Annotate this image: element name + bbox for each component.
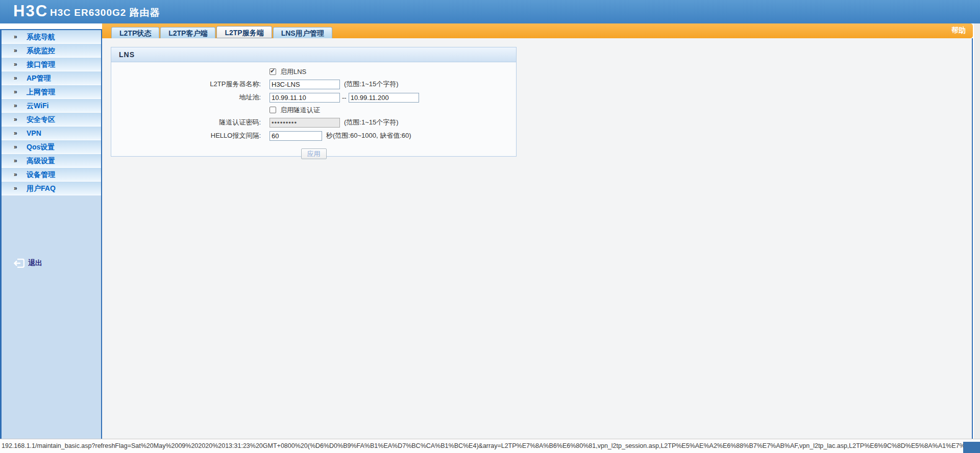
sidebar-item-advanced[interactable]: » 高级设置 [2, 154, 101, 168]
menu-arrow-icon: » [14, 44, 21, 57]
server-name-hint: (范围:1~15个字符) [344, 80, 399, 89]
sidebar-item-label: 设备管理 [27, 168, 55, 181]
lns-form: 启用LNS L2TP服务器名称: (范围:1~15个字符) 地址池: -- [111, 62, 516, 159]
sidebar-item-label: AP管理 [27, 71, 51, 85]
sidebar-item-user-faq[interactable]: » 用户FAQ [2, 182, 101, 195]
tab-l2tp-client[interactable]: L2TP客户端 [160, 27, 215, 38]
sidebar-item-label: 系统监控 [27, 44, 55, 57]
menu-arrow-icon: » [14, 58, 21, 71]
row-address-pool: 地址池: -- [111, 91, 516, 104]
help-link[interactable]: 帮助 [951, 26, 966, 35]
menu-arrow-icon: » [14, 30, 21, 43]
status-url-text: 192.168.1.1/maintain_basic.asp?refreshFl… [2, 442, 980, 449]
logout-icon [14, 259, 24, 268]
panel-title: LNS [111, 47, 516, 62]
sidebar-item-interface-mgmt[interactable]: » 接口管理 [2, 58, 101, 71]
sidebar: » 系统导航 » 系统监控 » 接口管理 » AP管理 » 上网管理 » 云Wi… [0, 29, 102, 439]
tab-bar-strip: L2TP状态 L2TP客户端 L2TP服务端 LNS用户管理 帮助 [102, 23, 973, 38]
tunnel-password-label: 隧道认证密码: [111, 118, 261, 127]
hello-interval-hint: 秒(范围:60~1000, 缺省值:60) [326, 131, 411, 140]
sidebar-item-label: VPN [27, 127, 41, 140]
sidebar-item-internet-mgmt[interactable]: » 上网管理 [2, 85, 101, 99]
hello-interval-input[interactable] [270, 131, 322, 141]
menu-arrow-icon: » [14, 168, 21, 181]
enable-lns-checkbox[interactable] [270, 68, 276, 75]
address-pool-start-input[interactable] [270, 93, 340, 103]
sidebar-item-cloud-wifi[interactable]: » 云WiFi [2, 99, 101, 113]
sidebar-item-label: Qos设置 [27, 140, 55, 154]
row-enable-lns: 启用LNS [111, 66, 516, 78]
sidebar-item-label: 安全专区 [27, 113, 55, 126]
menu-arrow-icon: » [14, 140, 21, 154]
sidebar-item-label: 系统导航 [27, 30, 55, 43]
tab-lns-user-mgmt[interactable]: LNS用户管理 [273, 27, 332, 38]
sidebar-item-vpn[interactable]: » VPN [2, 127, 101, 140]
address-pool-separator: -- [342, 94, 347, 102]
tab-l2tp-status[interactable]: L2TP状态 [111, 27, 159, 38]
menu-arrow-icon: » [14, 127, 21, 140]
button-row: 应用 [111, 148, 516, 159]
h3c-logo: H3C [13, 2, 48, 21]
menu-arrow-icon: » [14, 154, 21, 167]
tab-list: L2TP状态 L2TP客户端 L2TP服务端 LNS用户管理 [111, 26, 333, 38]
logout-label: 退出 [28, 259, 42, 268]
main-content: LNS 启用LNS L2TP服务器名称: (范围:1~15个字符) [102, 38, 973, 439]
menu-arrow-icon: » [14, 182, 21, 195]
row-tunnel-password: 隧道认证密码: (范围:1~15个字符) [111, 116, 516, 129]
tunnel-password-hint: (范围:1~15个字符) [344, 118, 399, 127]
sidebar-item-label: 接口管理 [27, 58, 55, 71]
app-header: H3C H3C ER6300G2 路由器 [0, 0, 980, 23]
lns-panel: LNS 启用LNS L2TP服务器名称: (范围:1~15个字符) [111, 47, 517, 157]
sidebar-item-label: 用户FAQ [27, 182, 56, 195]
scrollbar-track[interactable] [974, 23, 980, 439]
hello-interval-label: HELLO报文间隔: [111, 131, 261, 140]
tab-l2tp-server[interactable]: L2TP服务端 [216, 26, 272, 38]
server-name-input[interactable] [270, 80, 340, 89]
sidebar-item-ap-mgmt[interactable]: » AP管理 [2, 71, 101, 85]
address-pool-end-input[interactable] [349, 93, 419, 103]
sidebar-item-label: 上网管理 [27, 85, 55, 98]
menu-arrow-icon: » [14, 113, 21, 126]
sidebar-item-system-monitor[interactable]: » 系统监控 [2, 44, 101, 58]
sidebar-item-qos[interactable]: » Qos设置 [2, 140, 101, 154]
server-name-label: L2TP服务器名称: [111, 80, 261, 89]
sidebar-item-label: 高级设置 [27, 154, 55, 167]
statusbar-corner-block [963, 442, 980, 453]
enable-lns-label: 启用LNS [280, 67, 306, 77]
page: H3C H3C ER6300G2 路由器 L2TP状态 L2TP客户端 L2TP… [0, 0, 980, 453]
row-enable-tunnel-auth: 启用隧道认证 [111, 104, 516, 116]
row-hello-interval: HELLO报文间隔: 秒(范围:60~1000, 缺省值:60) [111, 129, 516, 142]
menu-arrow-icon: » [14, 71, 21, 85]
sidebar-item-label: 云WiFi [27, 99, 48, 112]
apply-button[interactable]: 应用 [301, 148, 327, 159]
address-pool-label: 地址池: [111, 93, 261, 102]
sidebar-item-device-mgmt[interactable]: » 设备管理 [2, 168, 101, 182]
page-title: H3C ER6300G2 路由器 [50, 6, 160, 19]
tab-bar: L2TP状态 L2TP客户端 L2TP服务端 LNS用户管理 帮助 [0, 23, 980, 38]
sidebar-item-system-nav[interactable]: » 系统导航 [2, 30, 101, 44]
menu-arrow-icon: » [14, 85, 21, 98]
status-bar: 192.168.1.1/maintain_basic.asp?refreshFl… [0, 439, 980, 453]
sidebar-item-security-zone[interactable]: » 安全专区 [2, 113, 101, 127]
enable-tunnel-auth-checkbox[interactable] [270, 107, 276, 113]
enable-tunnel-auth-label: 启用隧道认证 [280, 106, 320, 115]
logout-button[interactable]: 退出 [14, 259, 42, 268]
menu-arrow-icon: » [14, 99, 21, 112]
tunnel-password-input [270, 118, 340, 128]
row-server-name: L2TP服务器名称: (范围:1~15个字符) [111, 78, 516, 91]
